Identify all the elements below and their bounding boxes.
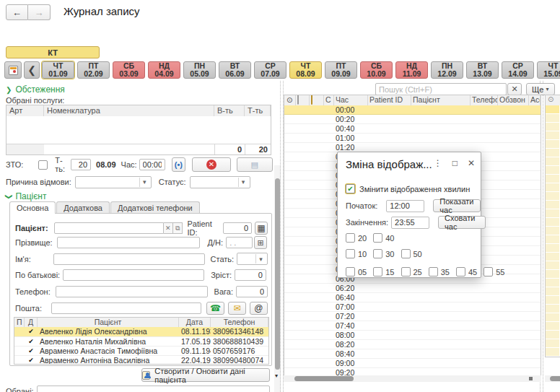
schedule-row[interactable]: 00:40 [284, 124, 541, 134]
day-tab-10.09[interactable]: СБ10.09 [360, 61, 393, 79]
day-tab-01.09[interactable]: ЧТ01.09 [42, 61, 74, 79]
schedule-row[interactable]: 01:00 [284, 134, 541, 143]
schedule-row[interactable]: 09:00 [284, 359, 541, 368]
schedule-row[interactable]: 06:40 [284, 293, 541, 302]
services-table[interactable]: Арт Номенклатура В-ть Т-ть 0 20 [6, 105, 271, 155]
minute-checkbox-30[interactable] [373, 249, 382, 258]
schedule-row[interactable]: 08:40 [284, 349, 541, 359]
mail-input[interactable] [51, 302, 201, 314]
secondary-row[interactable] [546, 348, 560, 357]
secondary-row[interactable] [546, 201, 560, 209]
day-tab-02.09[interactable]: ПТ02.09 [77, 61, 110, 79]
secondary-row[interactable] [546, 279, 560, 287]
minute-checkbox-05[interactable] [346, 267, 355, 276]
record-list-button[interactable]: ▤ [237, 157, 273, 172]
create-update-patient-button[interactable]: Створити / Оновити дані пацієнта [141, 368, 270, 382]
menu-dots-icon[interactable]: ⋮ [434, 158, 442, 168]
schedule-row[interactable]: 07:20 [284, 312, 541, 321]
section-exam-toggle[interactable]: ❯ Обстеження [6, 84, 65, 95]
minute-checkbox-45[interactable] [456, 267, 465, 276]
scroll-handle[interactable] [529, 377, 533, 380]
secondary-row[interactable] [546, 149, 560, 157]
refusal-select[interactable]: ▾ [75, 176, 152, 188]
secondary-row[interactable] [546, 227, 560, 235]
day-tab-12.09[interactable]: ПН12.09 [431, 61, 463, 79]
secondary-row[interactable] [546, 244, 560, 253]
patient-row[interactable]: ✔Авеленко Наталія Михайлівна17.05.196338… [14, 336, 268, 346]
zto-checkbox[interactable] [38, 160, 48, 170]
secondary-row[interactable] [546, 331, 560, 339]
secondary-row[interactable] [546, 183, 560, 192]
secondary-row[interactable] [546, 131, 560, 140]
kt-button[interactable]: КТ [6, 46, 100, 58]
minute-checkbox-50[interactable] [401, 249, 411, 258]
minute-checkbox-55[interactable] [484, 267, 493, 276]
day-tab-05.09[interactable]: ПН05.09 [183, 61, 216, 79]
calendar-picker-button[interactable] [4, 61, 22, 79]
minute-checkbox-35[interactable] [429, 267, 438, 276]
minute-checkbox-15[interactable] [373, 267, 382, 276]
secondary-row[interactable] [546, 175, 560, 183]
previous-days-button[interactable]: ❮ [24, 61, 40, 79]
time-input[interactable] [139, 159, 165, 170]
bottom-input[interactable] [37, 386, 270, 392]
open-icon[interactable]: ⧉ [173, 222, 183, 234]
secondary-row[interactable] [546, 339, 560, 348]
day-tab-03.09[interactable]: СБ03.09 [113, 61, 145, 79]
patient-input[interactable] [54, 222, 164, 234]
secondary-row[interactable] [546, 114, 560, 123]
sms-button[interactable]: ✉ [228, 302, 246, 315]
scrollbar-thumb[interactable] [294, 376, 354, 381]
patients-table[interactable]: П Д Пацієнт Дата Телефон ✔Авеленко Лідія… [14, 317, 269, 365]
name-input[interactable] [53, 253, 205, 265]
patient-row[interactable]: ✔Авеленко Лідія Олександрівна08.11.19363… [14, 327, 268, 336]
secondary-horizontal-scrollbar[interactable] [545, 375, 560, 382]
schedule-row[interactable]: 08:00 [284, 331, 541, 340]
secondary-row[interactable] [546, 157, 560, 166]
call-button[interactable]: ☎ [206, 302, 224, 315]
scrollbar-thumb[interactable] [550, 376, 560, 381]
day-tab-11.09[interactable]: НД11.09 [395, 61, 428, 79]
back-button[interactable]: ← [6, 4, 28, 20]
day-tab-13.09[interactable]: ВТ13.09 [466, 61, 499, 79]
patient-row[interactable]: ✔Авраменко Антоніна Василівна22.04.19713… [14, 355, 268, 365]
more-button-right[interactable]: Ще ▾ [526, 83, 555, 95]
day-tab-15.09[interactable]: ЧТ15.09 [537, 61, 560, 79]
weight-input[interactable] [236, 286, 268, 297]
broadcast-button[interactable]: (•) [172, 157, 186, 172]
height-input[interactable] [235, 269, 266, 281]
schedule-row[interactable]: 00:20 [284, 115, 541, 124]
clear-icon[interactable]: ✕ [164, 222, 173, 234]
forward-button[interactable]: → [28, 4, 51, 20]
secondary-row[interactable] [546, 209, 560, 218]
secondary-row[interactable] [546, 261, 560, 270]
secondary-row[interactable] [546, 235, 560, 244]
tt-input[interactable] [71, 159, 91, 170]
clear-search-button[interactable]: ✕ [507, 83, 522, 95]
day-tab-09.09[interactable]: ПТ09.09 [325, 61, 357, 79]
start-input[interactable] [386, 200, 424, 212]
secondary-row[interactable] [546, 253, 560, 261]
middle-input[interactable] [63, 269, 204, 281]
email-button[interactable]: @ [250, 302, 268, 315]
section-patient-toggle[interactable]: ❯ Пацієнт [6, 191, 46, 201]
secondary-row[interactable] [546, 313, 560, 322]
schedule-row[interactable]: 07:40 [284, 321, 541, 331]
minute-checkbox-25[interactable] [401, 267, 411, 276]
date-picker-button[interactable]: ⊞ [254, 236, 267, 249]
dn-input[interactable] [226, 237, 253, 248]
secondary-row[interactable] [546, 270, 560, 279]
patient-id-input[interactable] [223, 222, 252, 234]
schedule-row[interactable]: 00:00 [284, 105, 541, 115]
show-time-button[interactable]: Показати час [433, 199, 481, 212]
tab-dodatkova[interactable]: Додаткова [56, 201, 110, 214]
secondary-table[interactable]: ⊙ [545, 95, 560, 357]
secondary-row[interactable] [546, 192, 560, 201]
qr-button[interactable]: ▦ [255, 222, 268, 235]
secondary-row[interactable] [546, 287, 560, 296]
minute-checkbox-40[interactable] [373, 233, 382, 243]
tab-dodatkovi-telefony[interactable]: Додаткові телефони [110, 201, 200, 214]
minute-checkbox-10[interactable] [346, 249, 355, 258]
maximize-icon[interactable]: □ [452, 158, 458, 168]
end-input[interactable] [391, 217, 429, 229]
